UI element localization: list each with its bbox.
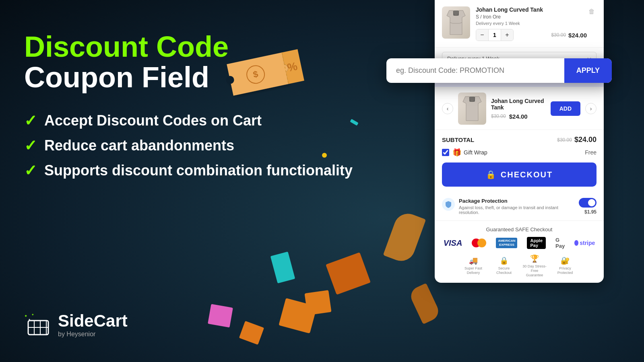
checkout-button[interactable]: 🔒 CHECKOUT: [442, 162, 597, 187]
add-recommended-button[interactable]: ADD: [551, 101, 580, 116]
subtotal-price-group: $30.00 $24.00: [557, 136, 597, 144]
secure-text: Secure Checkout: [492, 266, 516, 275]
protection-description: Against loss, theft, or damage in transi…: [459, 205, 579, 215]
check-icon-3: ✓: [24, 162, 37, 179]
trust-badge-guarantee: 🏆 30 Day Stress-Free Guarantee: [522, 254, 547, 277]
gift-box-2: [304, 290, 331, 315]
product-delivery-info: Delivery every 1 Week: [476, 21, 587, 26]
quantity-value: 1: [488, 29, 501, 41]
cart-panel: Johan Long Curved Tank S / Iron Ore Deli…: [435, 0, 604, 283]
svg-text:✦: ✦: [31, 313, 34, 317]
check-icon-1: ✓: [24, 112, 37, 130]
stripe-logo: stripe: [571, 237, 598, 249]
feature-item-1: ✓ Accept Discount Codes on Cart: [24, 112, 370, 130]
recommended-product-info: Johan Long Curved Tank $30.00 $24.00: [491, 98, 546, 120]
discount-title: Discount Code: [24, 32, 370, 61]
protection-toggle[interactable]: [579, 198, 597, 208]
logo-brand: SideCart: [58, 311, 128, 331]
product-name: Johan Long Curved Tank: [476, 6, 587, 13]
delivery-icon: 🚚: [469, 256, 478, 265]
payment-logos: VISA AMERICANEXPRESS Apple Pay G Pay str…: [442, 237, 597, 249]
check-icon-2: ✓: [24, 137, 37, 154]
trust-badge-secure: 🔒 Secure Checkout: [492, 256, 516, 275]
recommended-next-button[interactable]: ›: [585, 103, 597, 114]
checkout-label: CHECKOUT: [501, 170, 553, 179]
visa-logo: VISA: [440, 237, 466, 249]
recommended-product-image: [458, 93, 486, 125]
trust-badge-privacy: 🔐 Privacy Protected: [553, 256, 577, 275]
subtotal-row: SUBTOTAL $30.00 $24.00: [442, 136, 597, 144]
apply-coupon-button[interactable]: APPLY: [564, 58, 612, 83]
gift-box-4: [326, 252, 371, 295]
gift-wrap-icon: 🎁: [452, 148, 461, 157]
apple-pay-logo: Apple Pay: [524, 237, 549, 249]
coupon-title: Coupon Field: [24, 63, 370, 92]
logo-cart-icon: ✦ ✦ ✦: [24, 313, 52, 337]
protection-left: Package Protection Against loss, theft, …: [442, 198, 579, 215]
svg-rect-15: [469, 97, 475, 102]
svg-text:✦: ✦: [24, 314, 27, 318]
safe-checkout-section: Guaranteed SAFE Checkout VISA AMERICANEX…: [435, 221, 604, 283]
product-variant: S / Iron Ore: [476, 14, 587, 20]
quantity-decrease-button[interactable]: −: [476, 29, 488, 41]
product-price-original: $30.00: [551, 32, 566, 38]
amex-logo: AMERICANEXPRESS: [493, 237, 520, 249]
gift-box-teal: [270, 251, 295, 283]
trust-badge-delivery: 🚚 Super Fast Delivery: [461, 256, 485, 275]
google-pay-logo: G Pay: [552, 237, 568, 249]
package-protection-section: Package Protection Against loss, theft, …: [435, 198, 604, 221]
checkout-lock-icon: 🔒: [486, 170, 497, 179]
gift-box-pink: [208, 304, 233, 328]
left-panel: Discount Code Coupon Field ✓ Accept Disc…: [24, 32, 370, 195]
product-info: Johan Long Curved Tank S / Iron Ore Deli…: [476, 6, 587, 41]
logo-area: ✦ ✦ ✦ SideCart by Heysenior: [24, 311, 128, 338]
cart-product-item: Johan Long Curved Tank S / Iron Ore Deli…: [435, 0, 604, 48]
trust-badges: 🚚 Super Fast Delivery 🔒 Secure Checkout …: [442, 254, 597, 277]
feature-item-3: ✓ Supports discount combination function…: [24, 162, 370, 179]
subtotal-price-original: $30.00: [557, 137, 572, 143]
guarantee-text: 30 Day Stress-Free Guarantee: [522, 264, 547, 277]
mastercard-logo: [469, 237, 489, 249]
feature-item-2: ✓ Reduce cart abandonments: [24, 137, 370, 154]
gift-box-3: [239, 321, 264, 345]
recommended-price-sale: $24.00: [509, 113, 528, 120]
secure-icon: 🔒: [500, 256, 508, 265]
gift-wrap-checkbox[interactable]: [442, 149, 449, 156]
recommended-price-original: $30.00: [491, 113, 506, 119]
product-price-group: $30.00 $24.00: [551, 32, 587, 39]
features-list: ✓ Accept Discount Codes on Cart ✓ Reduce…: [24, 112, 370, 179]
coupon-input-container: APPLY: [386, 58, 612, 83]
product-image: [442, 6, 470, 39]
recommended-prices: $30.00 $24.00: [491, 113, 546, 120]
gift-wrap-label: Gift Wrap: [464, 149, 585, 156]
protection-price: $1.95: [584, 209, 597, 215]
subtotal-section: SUBTOTAL $30.00 $24.00 🎁 Gift Wrap Free …: [435, 130, 604, 198]
coupon-code-input[interactable]: [386, 58, 564, 83]
quantity-increase-button[interactable]: +: [501, 29, 513, 41]
quantity-controls: − 1 +: [476, 29, 514, 41]
ribbon-2: [408, 283, 441, 325]
guarantee-icon: 🏆: [530, 254, 539, 263]
privacy-text: Privacy Protected: [553, 266, 577, 275]
gift-wrap-row: 🎁 Gift Wrap Free: [442, 148, 597, 157]
ribbon-1: [383, 210, 426, 265]
toggle-knob: [588, 199, 595, 206]
protection-toggle-wrap: $1.95: [579, 198, 597, 215]
delivery-text: Super Fast Delivery: [461, 266, 485, 275]
recommended-prev-button[interactable]: ‹: [442, 103, 453, 114]
subtotal-label: SUBTOTAL: [442, 136, 474, 143]
protection-title: Package Protection: [459, 198, 579, 204]
privacy-icon: 🔐: [561, 256, 570, 265]
recommended-item: ‹ Johan Long Curved Tank $30.00 $24.00 A…: [442, 93, 597, 125]
gift-wrap-price: Free: [585, 149, 597, 156]
logo-subtitle: by Heysenior: [58, 331, 128, 338]
protection-text: Package Protection Against loss, theft, …: [459, 198, 579, 215]
protection-icon: [442, 198, 455, 211]
safe-checkout-title: Guaranteed SAFE Checkout: [442, 226, 597, 232]
protection-row: Package Protection Against loss, theft, …: [442, 198, 597, 215]
product-price-sale: $24.00: [568, 32, 587, 39]
logo-text: SideCart by Heysenior: [58, 311, 128, 338]
quantity-row: − 1 + $30.00 $24.00: [476, 29, 587, 41]
remove-product-button[interactable]: 🗑: [587, 6, 597, 17]
subtotal-price-sale: $24.00: [574, 136, 597, 144]
